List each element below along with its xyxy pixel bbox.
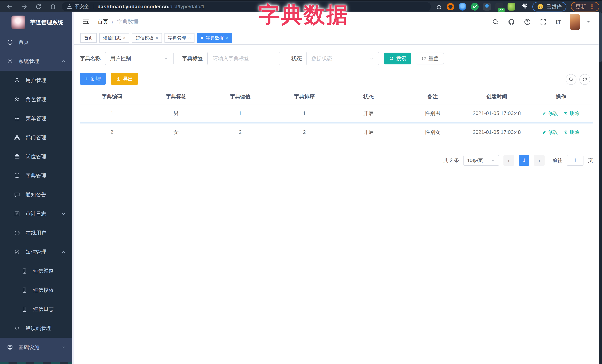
page-number-1[interactable]: 1 <box>519 155 529 166</box>
help-icon[interactable] <box>524 18 531 25</box>
tab-label: 首页 <box>84 35 93 41</box>
dict-name-select[interactable]: 用户性别 <box>105 52 173 65</box>
cell-status: 开启 <box>336 129 400 136</box>
tab-home[interactable]: 首页 <box>80 33 97 43</box>
warning-icon <box>67 4 72 10</box>
scrollbar-thumb[interactable] <box>599 12 602 62</box>
sidebar-item-roles[interactable]: 角色管理 <box>0 90 72 109</box>
paused-badge[interactable]: 已暂停 <box>532 2 566 11</box>
tab-close-icon[interactable]: × <box>156 35 158 41</box>
update-button[interactable]: 更新 ⋮ <box>571 2 599 11</box>
reload-icon[interactable] <box>35 3 42 10</box>
extension-diamond-icon[interactable] <box>483 3 491 10</box>
home-icon[interactable] <box>50 3 56 10</box>
sidebar-item-online-users[interactable]: 在线用户 <box>0 223 72 242</box>
search-icon <box>569 77 574 82</box>
reset-button[interactable]: 重置 <box>416 52 444 64</box>
tab-sms-template[interactable]: 短信模板 × <box>132 33 162 43</box>
tab-dict-manage[interactable]: 字典管理 × <box>164 33 194 43</box>
edit-link[interactable]: 修改 <box>542 129 558 135</box>
sidebar-item-posts[interactable]: 岗位管理 <box>0 147 72 166</box>
sidebar-item-dict[interactable]: 字典管理 <box>0 166 72 185</box>
caret-down-icon[interactable] <box>586 20 591 24</box>
fullscreen-icon[interactable] <box>540 18 547 25</box>
extension-leaf-icon[interactable] <box>507 3 515 10</box>
delete-link[interactable]: 删除 <box>564 129 580 135</box>
page-size-select[interactable]: 10条/页 <box>463 155 499 166</box>
forward-icon[interactable] <box>21 3 27 10</box>
sidebar-item-notice[interactable]: 通知公告 <box>0 185 72 204</box>
bookmark-star-icon[interactable] <box>436 3 442 10</box>
github-icon[interactable] <box>508 18 515 25</box>
chevron-down-icon <box>61 211 66 216</box>
search-icon[interactable] <box>492 18 499 25</box>
sidebar-scrollbar[interactable] <box>72 12 74 364</box>
next-page-button[interactable]: › <box>534 155 545 166</box>
export-button[interactable]: 导出 <box>111 73 138 85</box>
extension-on-icon[interactable]: on <box>495 3 503 10</box>
goto-page-input[interactable] <box>567 155 583 166</box>
sidebar-item-error-code[interactable]: 错误码管理 <box>0 319 72 338</box>
prev-page-button[interactable]: ‹ <box>504 155 514 166</box>
sidebar-item-users[interactable]: 用户管理 <box>0 71 72 90</box>
dict-label-input[interactable] <box>207 52 280 65</box>
add-button[interactable]: + 新增 <box>80 73 106 85</box>
sidebar-item-label: 通知公告 <box>26 191 46 198</box>
tab-sms-log[interactable]: 短信日志 × <box>99 33 129 43</box>
sidebar-item-label: 短信日志 <box>33 306 54 313</box>
cell-label: 女 <box>144 129 208 136</box>
page-title-overlay: 字典数据 <box>258 0 349 29</box>
extension-orange-icon[interactable] <box>447 3 454 10</box>
col-header-status: 状态 <box>336 93 400 100</box>
trash-icon <box>564 111 568 115</box>
sidebar-item-infrastructure[interactable]: 基础设施 <box>0 338 72 357</box>
search-icon <box>389 56 394 61</box>
sidebar-item-sms-template[interactable]: 短信模板 <box>0 281 72 300</box>
delete-link-label: 删除 <box>570 129 580 135</box>
security-label[interactable]: 不安全 <box>75 3 89 10</box>
dict-name-value: 用户性别 <box>110 55 131 62</box>
cell-value: 2 <box>208 129 272 135</box>
extensions-puzzle-icon[interactable] <box>520 3 528 11</box>
sidebar-item-menus[interactable]: 菜单管理 <box>0 109 72 128</box>
sidebar-item-system[interactable]: 系统管理 <box>0 52 72 71</box>
sidebar-item-audit-log[interactable]: 审计日志 <box>0 204 72 223</box>
browser-menu-icon[interactable]: ⋮ <box>589 3 595 10</box>
extension-blue-icon[interactable] <box>459 3 466 10</box>
sidebar-item-label: 岗位管理 <box>26 153 46 160</box>
toggle-search-button[interactable] <box>566 74 576 85</box>
table-settings <box>566 74 590 85</box>
sidebar-logo[interactable]: 芋道管理系统 <box>0 12 72 32</box>
sidebar-fold-icon[interactable] <box>82 18 90 26</box>
tab-dict-data[interactable]: 字典数据 × <box>197 33 232 43</box>
font-size-icon[interactable]: tT <box>556 19 561 25</box>
status-select[interactable]: 数据状态 <box>306 52 379 65</box>
sidebar-item-sms-channel[interactable]: 短信渠道 <box>0 261 72 281</box>
tab-close-icon[interactable]: × <box>188 35 191 41</box>
tab-close-icon[interactable]: × <box>226 35 229 41</box>
sidebar-item-departments[interactable]: 部门管理 <box>0 128 72 147</box>
col-header-created: 创建时间 <box>465 93 529 100</box>
address-bar[interactable]: 不安全 dashboard.yudao.iocoder.cn /dict/typ… <box>62 2 431 11</box>
refresh-table-button[interactable] <box>580 74 590 85</box>
users-icon <box>14 96 20 102</box>
page-scrollbar[interactable] <box>599 12 602 364</box>
col-header-code: 字典编码 <box>80 93 144 100</box>
breadcrumb-home[interactable]: 首页 <box>97 18 108 26</box>
extension-green-check-icon[interactable] <box>471 3 479 10</box>
url-separator <box>93 4 93 10</box>
table-row: 1 男 1 1 开启 性别男 2021-01-05 17:03:48 修改 <box>80 104 593 122</box>
sidebar-item-home[interactable]: 首页 <box>0 32 72 52</box>
sidebar-item-sms-log[interactable]: 短信日志 <box>0 300 72 319</box>
delete-link[interactable]: 删除 <box>564 110 580 117</box>
edit-link[interactable]: 修改 <box>542 110 558 117</box>
avatar[interactable] <box>570 14 580 30</box>
chevron-up-icon <box>61 250 66 254</box>
main-area: 首页 / 字典数据 tT 首页 短信日志 × <box>74 12 599 364</box>
tab-close-icon[interactable]: × <box>123 35 126 41</box>
search-button[interactable]: 搜索 <box>384 52 411 64</box>
briefcase-icon <box>14 154 20 160</box>
back-icon[interactable] <box>6 3 13 10</box>
total-count: 共 2 条 <box>443 157 459 164</box>
sidebar-item-sms[interactable]: 短信管理 <box>0 242 72 261</box>
